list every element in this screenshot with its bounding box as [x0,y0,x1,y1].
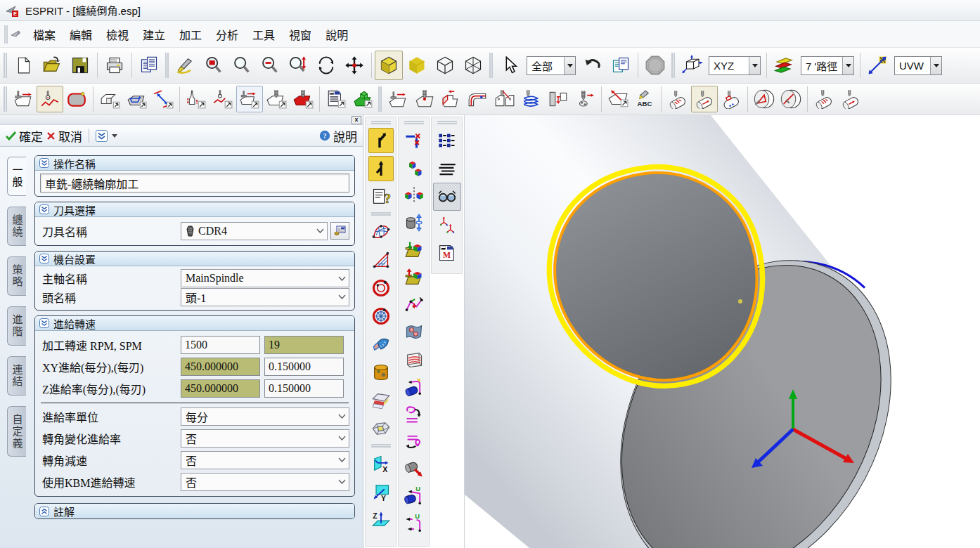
collapse-chevron-icon[interactable] [39,158,49,168]
engrave-text-button[interactable]: ABC [631,86,658,112]
solid-export-button[interactable] [400,263,428,291]
workplane-button[interactable] [863,51,891,80]
zoom-out-button[interactable] [256,51,284,80]
hole-group-button[interactable] [491,86,518,112]
menu-machining[interactable]: 加工 [172,23,209,46]
menu-file[interactable]: 檔案 [26,23,63,46]
plane-y-button[interactable]: Y [367,478,395,506]
toolbar-grip[interactable] [4,86,5,112]
head-name-combo[interactable]: 頭-1 [181,288,349,306]
toolbar-grip[interactable] [378,86,380,112]
solid-import-button[interactable] [400,236,428,263]
collapse-chevron-icon[interactable] [39,318,49,328]
combo-chevron-icon[interactable] [335,289,349,306]
cylinder-extend-button[interactable] [400,209,428,236]
menu-tools[interactable]: 工具 [245,23,282,46]
panel-dock-bar[interactable]: x [0,115,363,125]
expand-chevron-icon[interactable] [39,507,49,516]
menu-help[interactable]: 說明 [318,23,355,46]
corner-slowdown-combo[interactable]: 否 [181,451,349,469]
surface-triangle-button[interactable] [367,246,395,274]
menu-view[interactable]: 檢視 [99,23,136,46]
group-tool-header[interactable]: 刀具選擇 [35,202,354,217]
stock-model-button[interactable] [349,86,376,112]
kbm-feed-combo[interactable]: 否 [181,473,349,491]
path-edit-button[interactable] [400,291,428,318]
collapse-chevron-icon[interactable] [39,254,49,263]
thread-mill-button[interactable] [518,86,545,112]
surface-net-button[interactable] [367,218,395,246]
operation-name-input[interactable]: 車銑-纏繞輪廓加工 [40,174,349,193]
step-pocket-button[interactable] [438,86,465,112]
viewport[interactable] [464,115,980,548]
ok-button[interactable]: 確定 [6,127,43,145]
surface-strip-button[interactable] [367,386,395,415]
panel-close-button[interactable]: x [352,116,361,124]
corner-feed-combo[interactable]: 否 [181,429,349,448]
layers-button[interactable] [770,51,798,80]
speed-rpm-field[interactable]: 1500 [181,336,260,354]
menu-window[interactable]: 視窗 [282,23,318,46]
property-list-button[interactable] [433,126,461,155]
solid-mirror-button[interactable] [400,181,428,209]
combo-arrow-icon[interactable] [842,57,853,74]
drill-cycle-button[interactable] [263,86,290,112]
cylinder-eject-button[interactable] [400,455,428,483]
combo-chevron-icon[interactable] [335,430,349,447]
combo-arrow-icon[interactable] [749,57,760,74]
contour-path-button[interactable] [209,86,236,112]
group-machine-header[interactable]: 機台設置 [35,252,354,266]
z-feed-per-min-field[interactable]: 450.000000 [181,379,260,398]
hidden-line-view-button[interactable] [459,51,487,80]
print-button[interactable] [101,51,129,80]
measure-distance-button[interactable] [150,86,176,112]
line-stack-button[interactable] [433,155,461,183]
spot-drill-button[interactable] [411,86,438,112]
spindle-name-combo[interactable]: MainSpindle [181,269,349,287]
branch-button[interactable] [368,128,394,153]
toolbar-grip[interactable] [371,444,391,448]
turn-face-mill-button[interactable] [10,86,37,112]
xy-feed-per-tooth-field[interactable]: 0.150000 [264,358,344,376]
menu-edit[interactable]: 編輯 [63,23,99,46]
cage-coil-button[interactable] [400,346,428,373]
cancel-button[interactable]: 取消 [46,127,82,145]
group-feeds-header[interactable]: 進給轉速 [35,316,354,331]
toolbar-grip[interactable] [371,212,391,216]
select-scope-combo[interactable]: 全部 [527,56,576,75]
combo-arrow-icon[interactable] [930,57,941,74]
stop-button[interactable] [641,51,669,80]
index-face-button[interactable] [751,86,778,112]
view-glasses-button[interactable] [433,183,461,211]
wrap-groove-button[interactable] [837,86,864,112]
process-sheet-button[interactable] [323,86,349,112]
menu-analysis[interactable]: 分析 [209,23,245,46]
paste-pages-button[interactable] [607,51,635,80]
tab-wrap[interactable]: 纏繞 [7,207,26,246]
loop-left-button[interactable] [400,428,428,455]
circle-cross-button[interactable] [367,302,395,330]
zoom-extents-button[interactable] [284,51,312,80]
rotate-view-button[interactable] [312,51,340,80]
toolbar-grip[interactable] [437,121,457,124]
toolbar-grip[interactable] [671,53,673,78]
tap-cycle-button[interactable] [572,86,598,112]
tool-library-button[interactable] [330,222,349,240]
wrap-slot-button[interactable] [718,86,744,112]
tab-general[interactable]: 一般 [7,157,26,196]
open-file-button[interactable] [38,51,66,80]
repaint-button[interactable] [172,51,200,80]
combo-chevron-icon[interactable] [335,408,349,425]
save-button[interactable] [66,51,94,80]
speed-spm-field[interactable]: 19 [264,336,344,354]
chamfer-mill-button[interactable] [605,86,631,112]
face-mill-button[interactable] [236,86,263,112]
wrap-drill-button[interactable] [811,86,837,112]
pocket-boundary-button[interactable] [63,86,90,112]
solid-view-button[interactable] [403,51,431,80]
plane-x-button[interactable]: X [367,450,395,478]
z-feed-per-tooth-field[interactable]: 0.150000 [264,379,344,398]
wrap-profile-button[interactable] [664,86,691,112]
solid-facet-button[interactable] [367,415,395,443]
face-mill-solid-button[interactable] [385,86,411,112]
